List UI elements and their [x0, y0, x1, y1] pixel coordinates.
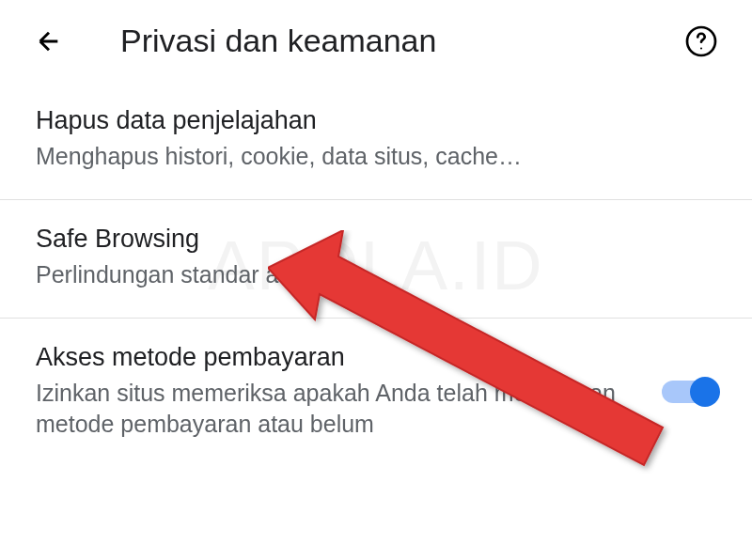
item-title: Akses metode pembayaran: [36, 343, 643, 372]
back-icon[interactable]: [32, 24, 66, 58]
item-subtitle: Perlindungan standar aktif: [36, 259, 716, 291]
settings-item-clear-data[interactable]: Hapus data penjelajahan Menghapus histor…: [0, 82, 752, 200]
item-title: Hapus data penjelajahan: [36, 106, 716, 135]
payment-toggle[interactable]: [662, 381, 716, 403]
header: Privasi dan keamanan: [0, 0, 752, 82]
svg-point-1: [700, 47, 702, 49]
item-subtitle: Izinkan situs memeriksa apakah Anda tela…: [36, 378, 643, 442]
item-text: Akses metode pembayaran Izinkan situs me…: [36, 343, 662, 442]
settings-item-safe-browsing[interactable]: Safe Browsing Perlindungan standar aktif: [0, 200, 752, 319]
item-title: Safe Browsing: [36, 225, 716, 254]
page-title: Privasi dan keamanan: [120, 23, 436, 59]
toggle-thumb: [690, 377, 720, 407]
item-subtitle: Menghapus histori, cookie, data situs, c…: [36, 141, 716, 173]
settings-item-payment-methods[interactable]: Akses metode pembayaran Izinkan situs me…: [0, 319, 752, 468]
help-icon[interactable]: [682, 23, 720, 60]
